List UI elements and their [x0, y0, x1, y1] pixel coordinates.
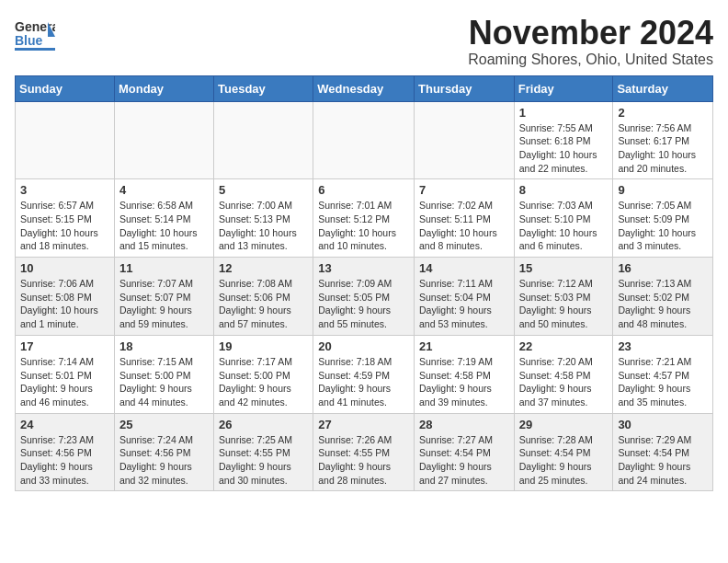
- day-info: Sunrise: 7:20 AM Sunset: 4:58 PM Dayligh…: [519, 355, 609, 409]
- day-info: Sunrise: 7:55 AM Sunset: 6:18 PM Dayligh…: [519, 121, 609, 176]
- svg-rect-3: [15, 48, 55, 51]
- calendar-cell: 17Sunrise: 7:14 AM Sunset: 5:01 PM Dayli…: [16, 335, 115, 413]
- calendar-cell: 30Sunrise: 7:29 AM Sunset: 4:54 PM Dayli…: [613, 413, 713, 491]
- calendar-cell: 21Sunrise: 7:19 AM Sunset: 4:58 PM Dayli…: [415, 335, 515, 413]
- day-number: 3: [20, 183, 109, 197]
- calendar-cell: 10Sunrise: 7:06 AM Sunset: 5:08 PM Dayli…: [16, 258, 115, 336]
- day-info: Sunrise: 7:00 AM Sunset: 5:13 PM Dayligh…: [219, 199, 308, 253]
- calendar-table: SundayMondayTuesdayWednesdayThursdayFrid…: [15, 75, 713, 492]
- calendar-cell: 28Sunrise: 7:27 AM Sunset: 4:54 PM Dayli…: [415, 413, 515, 491]
- calendar-cell: 15Sunrise: 7:12 AM Sunset: 5:03 PM Dayli…: [514, 258, 613, 336]
- day-number: 17: [20, 339, 109, 353]
- day-number: 30: [618, 418, 708, 431]
- calendar-cell: 5Sunrise: 7:00 AM Sunset: 5:13 PM Daylig…: [214, 179, 313, 258]
- day-info: Sunrise: 7:21 AM Sunset: 4:57 PM Dayligh…: [618, 355, 708, 409]
- day-info: Sunrise: 7:09 AM Sunset: 5:05 PM Dayligh…: [318, 277, 409, 331]
- day-number: 22: [519, 339, 609, 353]
- day-info: Sunrise: 7:05 AM Sunset: 5:09 PM Dayligh…: [618, 199, 708, 253]
- day-number: 11: [119, 261, 209, 275]
- calendar-cell: 23Sunrise: 7:21 AM Sunset: 4:57 PM Dayli…: [613, 335, 713, 413]
- day-info: Sunrise: 7:19 AM Sunset: 4:58 PM Dayligh…: [419, 355, 509, 409]
- day-info: Sunrise: 7:27 AM Sunset: 4:54 PM Dayligh…: [419, 433, 509, 488]
- title-area: November 2024 Roaming Shores, Ohio, Unit…: [468, 15, 713, 68]
- calendar-cell: 25Sunrise: 7:24 AM Sunset: 4:56 PM Dayli…: [114, 413, 213, 491]
- weekday-header-wednesday: Wednesday: [313, 75, 415, 101]
- page-header: General Blue November 2024 Roaming Shore…: [15, 15, 713, 68]
- day-number: 7: [419, 183, 509, 197]
- calendar-cell: 13Sunrise: 7:09 AM Sunset: 5:05 PM Dayli…: [313, 258, 415, 336]
- day-info: Sunrise: 7:12 AM Sunset: 5:03 PM Dayligh…: [519, 277, 609, 331]
- day-info: Sunrise: 6:57 AM Sunset: 5:15 PM Dayligh…: [20, 199, 109, 253]
- calendar-cell: 6Sunrise: 7:01 AM Sunset: 5:12 PM Daylig…: [313, 179, 415, 258]
- day-number: 9: [618, 183, 708, 197]
- week-row-2: 3Sunrise: 6:57 AM Sunset: 5:15 PM Daylig…: [16, 179, 713, 258]
- calendar-cell: 27Sunrise: 7:26 AM Sunset: 4:55 PM Dayli…: [313, 413, 415, 491]
- weekday-header-saturday: Saturday: [613, 75, 713, 101]
- day-info: Sunrise: 7:02 AM Sunset: 5:11 PM Dayligh…: [419, 199, 509, 253]
- day-number: 16: [618, 261, 708, 275]
- day-info: Sunrise: 7:29 AM Sunset: 4:54 PM Dayligh…: [618, 433, 708, 488]
- calendar-cell: 8Sunrise: 7:03 AM Sunset: 5:10 PM Daylig…: [514, 179, 613, 258]
- day-number: 8: [519, 183, 609, 197]
- weekday-header-tuesday: Tuesday: [214, 75, 313, 101]
- calendar-cell: 1Sunrise: 7:55 AM Sunset: 6:18 PM Daylig…: [514, 101, 613, 179]
- day-info: Sunrise: 7:07 AM Sunset: 5:07 PM Dayligh…: [119, 277, 209, 331]
- day-number: 28: [419, 418, 509, 431]
- day-info: Sunrise: 7:13 AM Sunset: 5:02 PM Dayligh…: [618, 277, 708, 331]
- day-number: 23: [618, 339, 708, 353]
- week-row-4: 17Sunrise: 7:14 AM Sunset: 5:01 PM Dayli…: [16, 335, 713, 413]
- calendar-cell: 11Sunrise: 7:07 AM Sunset: 5:07 PM Dayli…: [114, 258, 213, 336]
- calendar-cell: 19Sunrise: 7:17 AM Sunset: 5:00 PM Dayli…: [214, 335, 313, 413]
- week-row-3: 10Sunrise: 7:06 AM Sunset: 5:08 PM Dayli…: [16, 258, 713, 336]
- month-title: November 2024: [468, 15, 713, 52]
- calendar-cell: 9Sunrise: 7:05 AM Sunset: 5:09 PM Daylig…: [613, 179, 713, 258]
- day-number: 29: [519, 418, 609, 431]
- day-number: 13: [318, 261, 409, 275]
- svg-text:Blue: Blue: [15, 33, 43, 48]
- day-number: 18: [119, 339, 209, 353]
- day-number: 14: [419, 261, 509, 275]
- calendar-cell: [16, 101, 115, 179]
- calendar-cell: 18Sunrise: 7:15 AM Sunset: 5:00 PM Dayli…: [114, 335, 213, 413]
- weekday-header-sunday: Sunday: [16, 75, 115, 101]
- logo-icon: General Blue: [15, 15, 55, 55]
- day-info: Sunrise: 7:28 AM Sunset: 4:54 PM Dayligh…: [519, 433, 609, 488]
- calendar-cell: 2Sunrise: 7:56 AM Sunset: 6:17 PM Daylig…: [613, 101, 713, 179]
- calendar-cell: 12Sunrise: 7:08 AM Sunset: 5:06 PM Dayli…: [214, 258, 313, 336]
- weekday-header-thursday: Thursday: [415, 75, 515, 101]
- day-number: 25: [119, 418, 209, 431]
- day-number: 20: [318, 339, 409, 353]
- day-info: Sunrise: 7:17 AM Sunset: 5:00 PM Dayligh…: [219, 355, 308, 409]
- weekday-header-monday: Monday: [114, 75, 213, 101]
- calendar-cell: [114, 101, 213, 179]
- week-row-5: 24Sunrise: 7:23 AM Sunset: 4:56 PM Dayli…: [16, 413, 713, 491]
- day-number: 10: [20, 261, 109, 275]
- logo: General Blue: [15, 15, 59, 55]
- weekday-header-friday: Friday: [514, 75, 613, 101]
- day-number: 4: [119, 183, 209, 197]
- calendar-cell: 3Sunrise: 6:57 AM Sunset: 5:15 PM Daylig…: [16, 179, 115, 258]
- day-number: 21: [419, 339, 509, 353]
- calendar-cell: 24Sunrise: 7:23 AM Sunset: 4:56 PM Dayli…: [16, 413, 115, 491]
- day-info: Sunrise: 6:58 AM Sunset: 5:14 PM Dayligh…: [119, 199, 209, 253]
- day-info: Sunrise: 7:24 AM Sunset: 4:56 PM Dayligh…: [119, 433, 209, 488]
- day-number: 6: [318, 183, 409, 197]
- day-info: Sunrise: 7:03 AM Sunset: 5:10 PM Dayligh…: [519, 199, 609, 253]
- day-number: 5: [219, 183, 308, 197]
- day-info: Sunrise: 7:06 AM Sunset: 5:08 PM Dayligh…: [20, 277, 109, 331]
- day-number: 1: [519, 106, 609, 120]
- day-number: 15: [519, 261, 609, 275]
- day-info: Sunrise: 7:01 AM Sunset: 5:12 PM Dayligh…: [318, 199, 409, 253]
- day-number: 24: [20, 418, 109, 431]
- calendar-cell: 7Sunrise: 7:02 AM Sunset: 5:11 PM Daylig…: [415, 179, 515, 258]
- calendar-cell: [214, 101, 313, 179]
- calendar-cell: 16Sunrise: 7:13 AM Sunset: 5:02 PM Dayli…: [613, 258, 713, 336]
- calendar-cell: 29Sunrise: 7:28 AM Sunset: 4:54 PM Dayli…: [514, 413, 613, 491]
- calendar-cell: 22Sunrise: 7:20 AM Sunset: 4:58 PM Dayli…: [514, 335, 613, 413]
- calendar-cell: 4Sunrise: 6:58 AM Sunset: 5:14 PM Daylig…: [114, 179, 213, 258]
- calendar-cell: [415, 101, 515, 179]
- location-text: Roaming Shores, Ohio, United States: [468, 52, 713, 68]
- day-number: 19: [219, 339, 308, 353]
- day-info: Sunrise: 7:08 AM Sunset: 5:06 PM Dayligh…: [219, 277, 308, 331]
- day-number: 27: [318, 418, 409, 431]
